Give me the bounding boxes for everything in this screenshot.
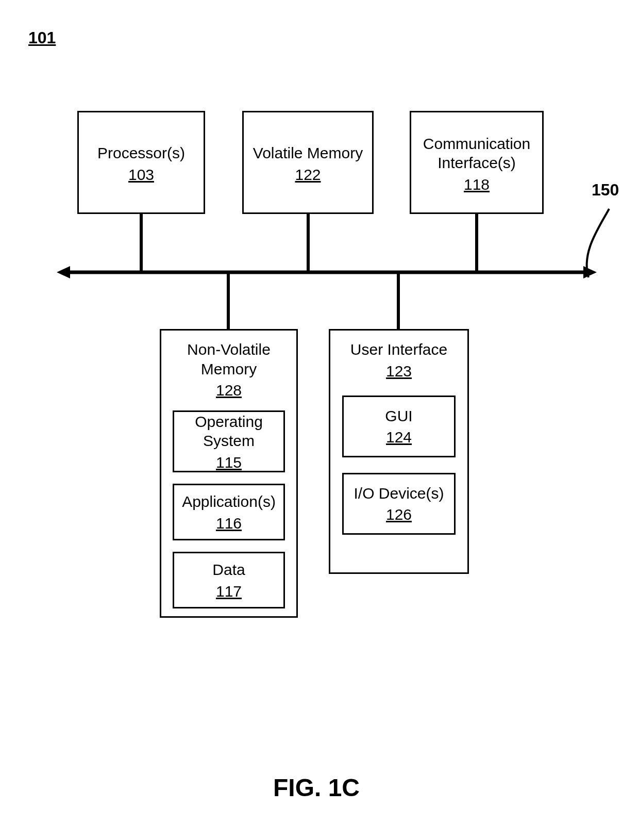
block-io-label: I/O Device(s) xyxy=(354,484,444,503)
block-applications-ref: 116 xyxy=(216,515,242,532)
block-processor-label: Processor(s) xyxy=(97,143,185,163)
block-data-label: Data xyxy=(212,560,245,580)
block-os-ref: 115 xyxy=(216,454,242,471)
block-os-label: Operating System xyxy=(178,412,279,451)
connector-nvmem-bus xyxy=(227,272,230,329)
block-volatile-label: Volatile Memory xyxy=(253,143,363,163)
block-gui: GUI 124 xyxy=(342,396,456,457)
connector-ui-bus xyxy=(397,272,400,329)
connector-volatile-bus xyxy=(307,214,310,272)
block-volatile-ref: 122 xyxy=(295,166,321,184)
block-gui-ref: 124 xyxy=(386,429,412,446)
block-data: Data 117 xyxy=(173,552,285,608)
block-ui-label: User Interface xyxy=(350,340,447,359)
block-comm-ref: 118 xyxy=(464,176,490,193)
block-applications: Application(s) 116 xyxy=(173,484,285,540)
block-comm-interface: Communication Interface(s) 118 xyxy=(410,111,544,214)
block-comm-label: Communication Interface(s) xyxy=(415,134,538,173)
bus-callout-curve xyxy=(577,201,613,278)
block-nv-memory-ref: 128 xyxy=(216,382,242,399)
corner-ref: 101 xyxy=(28,28,56,47)
block-io-ref: 126 xyxy=(386,506,412,523)
connector-comm-bus xyxy=(475,214,478,272)
block-io-devices: I/O Device(s) 126 xyxy=(342,473,456,535)
block-ui-ref: 123 xyxy=(386,363,412,380)
block-volatile-memory: Volatile Memory 122 xyxy=(242,111,374,214)
block-nv-memory-label: Non-Volatile Memory xyxy=(165,340,292,378)
block-applications-label: Application(s) xyxy=(182,492,276,512)
diagram-canvas: 101 150 Processor(s) 103 Volatile Memory… xyxy=(0,0,639,840)
block-os: Operating System 115 xyxy=(173,410,285,472)
block-user-interface: User Interface 123 GUI 124 I/O Device(s)… xyxy=(329,329,469,574)
svg-marker-1 xyxy=(57,266,70,278)
block-gui-label: GUI xyxy=(385,406,412,426)
figure-caption: FIG. 1C xyxy=(273,773,360,802)
block-processor-ref: 103 xyxy=(128,166,154,184)
bus-arrow xyxy=(57,264,597,281)
block-processor: Processor(s) 103 xyxy=(77,111,205,214)
connector-processor-bus xyxy=(140,214,143,272)
block-nv-memory: Non-Volatile Memory 128 Operating System… xyxy=(160,329,298,618)
block-data-ref: 117 xyxy=(216,583,242,600)
bus-ref: 150 xyxy=(592,180,619,200)
